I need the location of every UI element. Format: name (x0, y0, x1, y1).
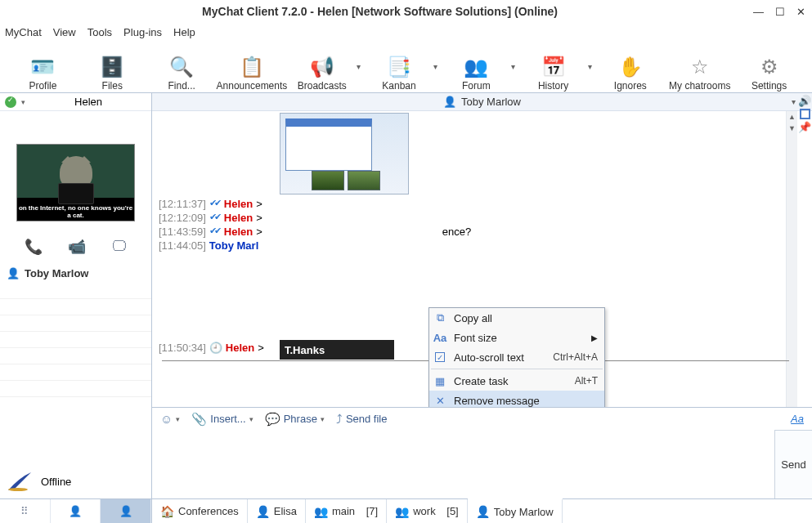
history-dropdown[interactable]: ▾ (588, 62, 595, 71)
sendfile-button[interactable]: ⤴Send file (336, 412, 388, 426)
person-icon: 👤 (7, 267, 20, 279)
chat-header-dropdown[interactable]: ▾ (792, 97, 796, 106)
send-button[interactable]: Send (774, 430, 812, 498)
sidebar-tab-2[interactable]: 👤 (51, 499, 101, 523)
ignores-icon: ✋ (618, 56, 643, 78)
forum-icon: 👥 (464, 56, 488, 78)
sidebar-offline-row[interactable]: Offline (0, 464, 151, 498)
remove-icon: ✕ (433, 395, 447, 407)
format-button[interactable]: Aa (791, 413, 804, 425)
chat-header-name: Toby Marlow (461, 96, 521, 108)
copy-icon: ⧉ (433, 311, 447, 324)
minimize-button[interactable]: — (753, 6, 764, 18)
bottom-tabs: 🏠Conferences 👤Elisa 👥main [7] 👥work [5] … (152, 498, 812, 523)
video-icon[interactable]: 📹 (68, 238, 86, 256)
phrase-icon: 💬 (265, 412, 280, 427)
message-row[interactable]: [11:43:59] ✔✔ Helen> ence? (159, 226, 792, 238)
profile-icon: 🪪 (30, 56, 55, 78)
person-icon: 👤 (443, 96, 456, 108)
chat-header: 👤 Toby Marlow ▾ (152, 93, 812, 111)
context-menu: ⧉Copy all AaFont size▶ ✓Auto-scroll text… (428, 307, 605, 407)
quill-icon (7, 471, 34, 492)
menu-auto-scroll[interactable]: ✓Auto-scroll textCtrl+Alt+A (429, 347, 604, 367)
broadcasts-dropdown[interactable]: ▾ (357, 62, 364, 71)
maximize-button[interactable]: ☐ (775, 6, 785, 18)
checkbox-icon: ✓ (435, 352, 445, 362)
chat-body: [12:11:37] ✔✔ Helen> [12:12:09] ✔✔ Helen… (152, 111, 812, 407)
menu-remove-message[interactable]: ✕Remove message (429, 391, 604, 407)
upload-icon: ⤴ (336, 412, 343, 426)
tab-toby[interactable]: 👤Toby Marlow (468, 498, 563, 523)
offline-label: Offline (41, 476, 71, 488)
menu-tools[interactable]: Tools (87, 26, 112, 38)
sound-icon[interactable]: 🔊 (798, 95, 811, 107)
toolbar-kanban[interactable]: 📑Kanban (365, 42, 434, 92)
menu-copy-all[interactable]: ⧉Copy all (429, 308, 604, 328)
toolbar-find[interactable]: 🔍Find... (147, 42, 217, 92)
toolbar-ignores[interactable]: ✋Ignores (595, 42, 665, 92)
message-row[interactable]: [12:12:09] ✔✔ Helen> (159, 212, 792, 224)
screen-icon[interactable]: 🖵 (112, 238, 127, 256)
image-preview[interactable] (280, 113, 409, 194)
toolbar-forum[interactable]: 👥Forum (442, 42, 511, 92)
menu-plugins[interactable]: Plug-ins (123, 26, 162, 38)
gear-icon: ⚙ (760, 56, 778, 78)
tab-elisa[interactable]: 👤Elisa (248, 499, 306, 523)
status-dropdown-icon[interactable]: ▾ (21, 98, 25, 106)
files-icon: 🗄️ (100, 56, 124, 78)
attach-icon: 📎 (191, 412, 207, 427)
tab-main[interactable]: 👥main [7] (306, 499, 387, 523)
toolbar: 🪪Profile 🗄️Files 🔍Find... 📋Announcements… (0, 41, 812, 93)
insert-button[interactable]: 📎Insert...▾ (191, 412, 253, 427)
toolbar-mychatrooms[interactable]: ☆My chatrooms (665, 42, 734, 92)
tab-conferences[interactable]: 🏠Conferences (152, 499, 248, 523)
message-input[interactable] (152, 430, 774, 498)
sidebar-username: Helen (30, 96, 146, 108)
star-icon: ☆ (691, 56, 709, 78)
menu-mychat[interactable]: MyChat (5, 26, 42, 38)
toolbar-files[interactable]: 🗄️Files (78, 42, 147, 92)
avatar: on the Internet, no one knows you're a c… (16, 144, 135, 221)
find-icon: 🔍 (169, 56, 194, 78)
toolbar-history[interactable]: 📅History (518, 42, 588, 92)
input-toolbar: ☺▾ 📎Insert...▾ 💬Phrase▾ ⤴Send file Aa (152, 407, 812, 430)
delivered-icon: ✔✔ (209, 212, 219, 222)
call-icon[interactable]: 📞 (25, 238, 43, 256)
person-icon: 👤 (256, 505, 270, 518)
toolbar-profile[interactable]: 🪪Profile (8, 42, 78, 92)
font-icon: Aa (433, 332, 447, 344)
sidebar-contact[interactable]: 👤 Toby Marlow (0, 264, 151, 283)
avatar-caption: on the Internet, no one knows you're a c… (17, 204, 134, 219)
delivered-icon: ✔✔ (209, 198, 219, 208)
sidebar-contact-name: Toby Marlow (25, 267, 88, 279)
tab-work[interactable]: 👥work [5] (387, 499, 468, 523)
task-icon: ▦ (433, 375, 447, 387)
broadcasts-icon: 📢 (310, 56, 334, 78)
menu-font-size[interactable]: AaFont size▶ (429, 328, 604, 347)
sidebar-tab-1[interactable]: ⠿ (0, 499, 51, 523)
sidebar-tab-3[interactable]: 👤 (101, 499, 151, 523)
message-row[interactable]: [11:44:05] Toby Marl (159, 239, 792, 252)
toolbar-settings[interactable]: ⚙Settings (734, 42, 804, 92)
pending-icon: 🕘 (209, 342, 222, 354)
kanban-icon: 📑 (387, 56, 411, 78)
group-icon: 👥 (395, 505, 409, 518)
sidebar: ▾ Helen on the Internet, no one knows yo… (0, 93, 152, 523)
menu-help[interactable]: Help (173, 26, 195, 38)
announcements-icon: 📋 (240, 56, 264, 78)
emoji-button[interactable]: ☺▾ (160, 412, 180, 426)
toolbar-broadcasts[interactable]: 📢Broadcasts (287, 42, 357, 92)
message-row[interactable]: [12:11:37] ✔✔ Helen> (159, 198, 792, 210)
menu-view[interactable]: View (53, 26, 76, 38)
forum-dropdown[interactable]: ▾ (511, 62, 518, 71)
sidebar-status-row[interactable]: ▾ Helen (0, 93, 151, 111)
history-icon: 📅 (541, 56, 566, 78)
phrase-button[interactable]: 💬Phrase▾ (265, 412, 325, 427)
toolbar-announcements[interactable]: 📋Announcements (217, 42, 288, 92)
chat-area: 👤 Toby Marlow ▾ 🔊 📌 ▲ ▼ [12:11:37] ✔✔ He… (152, 93, 812, 523)
status-online-icon (5, 96, 16, 108)
kanban-dropdown[interactable]: ▾ (433, 62, 441, 71)
menu-create-task[interactable]: ▦Create taskAlt+T (429, 371, 604, 391)
compose-row: Send (152, 430, 812, 498)
close-button[interactable]: ✕ (796, 6, 805, 18)
